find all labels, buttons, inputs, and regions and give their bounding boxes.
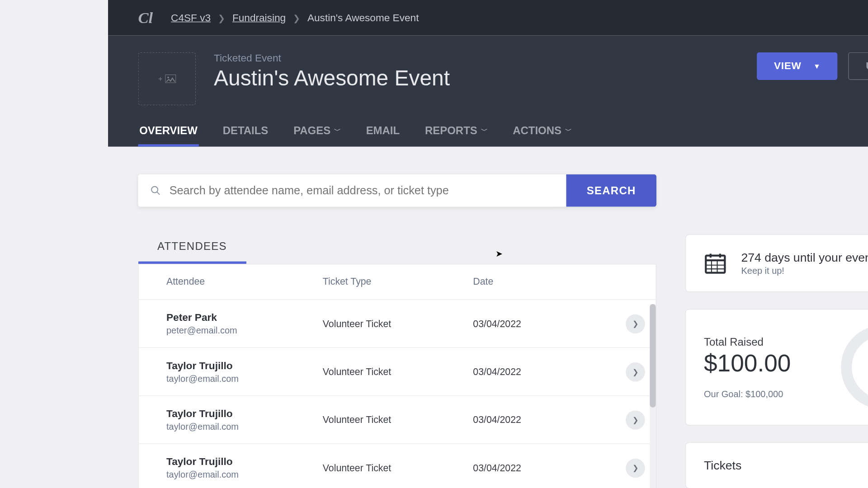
caret-down-icon: ▼ [813, 62, 821, 70]
attendee-email: peter@email.com [166, 325, 323, 336]
calendar-icon [704, 252, 727, 275]
total-raised-label: Total Raised [704, 336, 791, 348]
search-input[interactable] [169, 174, 554, 207]
tab-bar: OVERVIEW DETAILS PAGES ﹀ EMAIL REPORTS ﹀… [138, 124, 868, 146]
ticket-type-value: Volunteer Ticket [322, 318, 473, 329]
page-title: Austin's Awesome Event [214, 66, 450, 91]
attendees-table: Attendee Ticket Type Date Peter Park pet… [138, 264, 656, 488]
svg-point-3 [151, 187, 158, 193]
chevron-right-icon[interactable]: ❯ [626, 314, 645, 333]
col-attendee: Attendee [166, 277, 323, 287]
table-row[interactable]: Taylor Trujillo taylor@email.com Volunte… [138, 347, 656, 395]
tickets-card: Tickets [685, 442, 868, 488]
app-logo[interactable]: Cl [138, 9, 153, 27]
chevron-down-icon: ﹀ [481, 126, 487, 135]
attendee-name: Taylor Trujillo [166, 408, 323, 420]
chevron-right-icon[interactable]: ❯ [626, 458, 645, 478]
chevron-down-icon: ﹀ [334, 126, 341, 135]
attendee-email: taylor@email.com [166, 421, 323, 432]
attendee-name: Taylor Trujillo [166, 456, 323, 468]
tab-overview[interactable]: OVERVIEW [138, 124, 198, 146]
attendee-name: Peter Park [166, 312, 323, 324]
topbar: Cl C4SF v3 ❯ Fundraising ❯ Austin's Awes… [108, 0, 868, 35]
chevron-down-icon: ﹀ [565, 126, 571, 135]
col-date: Date [473, 277, 609, 287]
search-button[interactable]: SEARCH [566, 174, 656, 207]
tab-reports[interactable]: REPORTS ﹀ [424, 124, 489, 146]
tab-email[interactable]: EMAIL [364, 124, 401, 146]
date-value: 03/04/2022 [473, 318, 609, 329]
date-value: 03/04/2022 [473, 366, 609, 377]
image-icon [165, 75, 175, 83]
breadcrumb: C4SF v3 ❯ Fundraising ❯ Austin's Awesome… [171, 12, 419, 24]
breadcrumb-mid-link[interactable]: Fundraising [232, 12, 285, 24]
table-row[interactable]: Taylor Trujillo taylor@email.com Volunte… [138, 444, 656, 488]
chevron-right-icon[interactable]: ❯ [626, 362, 645, 381]
svg-rect-5 [706, 256, 725, 273]
chevron-right-icon[interactable]: ❯ [626, 410, 645, 430]
date-value: 03/04/2022 [473, 462, 609, 473]
unpublish-button[interactable]: UNPUBLISH [848, 52, 868, 80]
search-bar: SEARCH [138, 174, 656, 207]
add-image-placeholder[interactable]: + [138, 52, 196, 105]
attendee-email: taylor@email.com [166, 469, 323, 480]
view-button[interactable]: VIEW ▼ [757, 52, 837, 80]
col-ticket-type: Ticket Type [322, 277, 473, 287]
countdown-card: 274 days until your event Keep it up! [685, 235, 868, 292]
view-button-label: VIEW [774, 60, 801, 72]
table-row[interactable]: Peter Park peter@email.com Volunteer Tic… [138, 299, 656, 347]
breadcrumb-root-link[interactable]: C4SF v3 [171, 12, 211, 24]
table-header: Attendee Ticket Type Date [138, 264, 656, 299]
breadcrumb-current: Austin's Awesome Event [307, 12, 418, 24]
ticket-type-value: Volunteer Ticket [322, 414, 473, 425]
progress-donut [841, 325, 868, 409]
svg-line-4 [157, 192, 160, 195]
goal-label: Our Goal: $100,000 [704, 389, 791, 399]
tab-actions[interactable]: ACTIONS ﹀ [511, 124, 573, 146]
chevron-right-icon: ❯ [293, 13, 300, 23]
countdown-title: 274 days until your event [741, 251, 868, 265]
scrollbar[interactable] [650, 304, 656, 488]
countdown-sub: Keep it up! [741, 266, 868, 276]
attendee-name: Taylor Trujillo [166, 360, 323, 372]
page-header: + Ticketed Event Austin's Awesome Event … [108, 35, 868, 146]
plus-icon: + [158, 75, 162, 83]
ticket-type-value: Volunteer Ticket [322, 366, 473, 377]
total-raised-amount: $100.00 [704, 349, 791, 376]
ticket-type-value: Volunteer Ticket [322, 462, 473, 473]
search-icon [150, 185, 161, 196]
event-type-label: Ticketed Event [214, 52, 450, 65]
attendees-tab[interactable]: ATTENDEES [138, 232, 246, 263]
date-value: 03/04/2022 [473, 414, 609, 425]
svg-point-2 [167, 77, 169, 79]
chevron-right-icon: ❯ [218, 13, 225, 23]
total-raised-card: Total Raised $100.00 Our Goal: $100,000 [685, 309, 868, 426]
tab-pages[interactable]: PAGES ﹀ [292, 124, 342, 146]
table-row[interactable]: Taylor Trujillo taylor@email.com Volunte… [138, 395, 656, 443]
tab-details[interactable]: DETAILS [221, 124, 269, 146]
tickets-title: Tickets [704, 459, 868, 473]
attendee-email: taylor@email.com [166, 373, 323, 384]
